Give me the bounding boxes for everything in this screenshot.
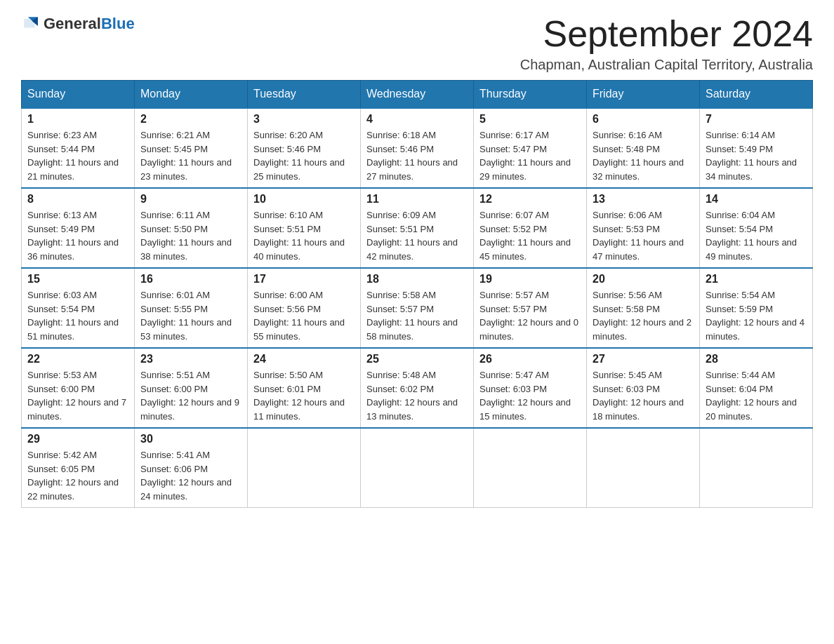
day-number: 4 <box>366 113 468 126</box>
title-section: September 2024 Chapman, Australian Capit… <box>520 14 813 73</box>
day-number: 7 <box>706 113 807 126</box>
day-number: 6 <box>593 113 694 126</box>
calendar-cell: 5 Sunrise: 6:17 AM Sunset: 5:47 PM Dayli… <box>474 108 587 188</box>
calendar-cell: 18 Sunrise: 5:58 AM Sunset: 5:57 PM Dayl… <box>361 268 474 348</box>
day-number: 12 <box>479 193 581 206</box>
day-info: Sunrise: 6:18 AM Sunset: 5:46 PM Dayligh… <box>366 128 468 183</box>
day-info: Sunrise: 6:01 AM Sunset: 5:55 PM Dayligh… <box>140 288 241 343</box>
day-number: 2 <box>140 113 241 126</box>
logo-general: General <box>44 15 101 32</box>
header-saturday: Saturday <box>700 81 813 109</box>
day-number: 5 <box>479 113 581 126</box>
day-number: 28 <box>706 353 807 365</box>
day-info: Sunrise: 6:17 AM Sunset: 5:47 PM Dayligh… <box>479 128 581 183</box>
day-info: Sunrise: 5:44 AM Sunset: 6:04 PM Dayligh… <box>706 368 807 423</box>
day-info: Sunrise: 5:51 AM Sunset: 6:00 PM Dayligh… <box>140 368 241 423</box>
calendar-cell: 23 Sunrise: 5:51 AM Sunset: 6:00 PM Dayl… <box>135 348 248 428</box>
day-number: 18 <box>366 273 468 286</box>
day-number: 19 <box>479 273 581 286</box>
day-number: 3 <box>253 113 355 126</box>
day-number: 10 <box>253 193 355 206</box>
day-info: Sunrise: 5:41 AM Sunset: 6:06 PM Dayligh… <box>140 448 241 503</box>
calendar-cell <box>474 428 587 508</box>
calendar-cell: 2 Sunrise: 6:21 AM Sunset: 5:45 PM Dayli… <box>135 108 248 188</box>
calendar-cell <box>587 428 700 508</box>
day-info: Sunrise: 6:23 AM Sunset: 5:44 PM Dayligh… <box>27 128 128 183</box>
day-number: 25 <box>366 353 468 365</box>
calendar-cell <box>700 428 813 508</box>
day-number: 24 <box>253 353 355 365</box>
day-info: Sunrise: 5:42 AM Sunset: 6:05 PM Dayligh… <box>27 448 128 503</box>
day-number: 9 <box>140 193 241 206</box>
day-number: 16 <box>140 273 241 286</box>
day-info: Sunrise: 6:06 AM Sunset: 5:53 PM Dayligh… <box>593 208 694 263</box>
day-number: 27 <box>593 353 694 365</box>
day-info: Sunrise: 6:03 AM Sunset: 5:54 PM Dayligh… <box>27 288 128 343</box>
calendar-cell <box>361 428 474 508</box>
calendar-cell: 20 Sunrise: 5:56 AM Sunset: 5:58 PM Dayl… <box>587 268 700 348</box>
day-number: 23 <box>140 353 241 365</box>
header-monday: Monday <box>135 81 248 109</box>
calendar-cell: 13 Sunrise: 6:06 AM Sunset: 5:53 PM Dayl… <box>587 188 700 268</box>
day-number: 15 <box>27 273 128 286</box>
day-info: Sunrise: 5:54 AM Sunset: 5:59 PM Dayligh… <box>706 288 807 343</box>
day-number: 20 <box>593 273 694 286</box>
day-number: 22 <box>27 353 128 365</box>
calendar-table: Sunday Monday Tuesday Wednesday Thursday… <box>21 80 813 508</box>
logo: GeneralBlue <box>21 14 135 34</box>
day-info: Sunrise: 6:09 AM Sunset: 5:51 PM Dayligh… <box>366 208 468 263</box>
calendar-cell: 15 Sunrise: 6:03 AM Sunset: 5:54 PM Dayl… <box>22 268 135 348</box>
day-info: Sunrise: 6:14 AM Sunset: 5:49 PM Dayligh… <box>706 128 807 183</box>
week-row-1: 1 Sunrise: 6:23 AM Sunset: 5:44 PM Dayli… <box>22 108 813 188</box>
calendar-cell: 30 Sunrise: 5:41 AM Sunset: 6:06 PM Dayl… <box>135 428 248 508</box>
header-tuesday: Tuesday <box>248 81 361 109</box>
header-sunday: Sunday <box>22 81 135 109</box>
header-thursday: Thursday <box>474 81 587 109</box>
calendar-cell: 17 Sunrise: 6:00 AM Sunset: 5:56 PM Dayl… <box>248 268 361 348</box>
calendar-cell: 22 Sunrise: 5:53 AM Sunset: 6:00 PM Dayl… <box>22 348 135 428</box>
calendar-cell: 16 Sunrise: 6:01 AM Sunset: 5:55 PM Dayl… <box>135 268 248 348</box>
calendar-cell: 24 Sunrise: 5:50 AM Sunset: 6:01 PM Dayl… <box>248 348 361 428</box>
calendar-cell: 14 Sunrise: 6:04 AM Sunset: 5:54 PM Dayl… <box>700 188 813 268</box>
day-number: 13 <box>593 193 694 206</box>
calendar-cell: 7 Sunrise: 6:14 AM Sunset: 5:49 PM Dayli… <box>700 108 813 188</box>
day-info: Sunrise: 6:20 AM Sunset: 5:46 PM Dayligh… <box>253 128 355 183</box>
header-row: Sunday Monday Tuesday Wednesday Thursday… <box>22 81 813 109</box>
calendar-cell: 9 Sunrise: 6:11 AM Sunset: 5:50 PM Dayli… <box>135 188 248 268</box>
day-info: Sunrise: 5:45 AM Sunset: 6:03 PM Dayligh… <box>593 368 694 423</box>
day-info: Sunrise: 6:11 AM Sunset: 5:50 PM Dayligh… <box>140 208 241 263</box>
calendar-cell: 29 Sunrise: 5:42 AM Sunset: 6:05 PM Dayl… <box>22 428 135 508</box>
day-info: Sunrise: 5:47 AM Sunset: 6:03 PM Dayligh… <box>479 368 581 423</box>
week-row-2: 8 Sunrise: 6:13 AM Sunset: 5:49 PM Dayli… <box>22 188 813 268</box>
day-info: Sunrise: 5:48 AM Sunset: 6:02 PM Dayligh… <box>366 368 468 423</box>
day-info: Sunrise: 5:50 AM Sunset: 6:01 PM Dayligh… <box>253 368 355 423</box>
calendar-cell: 25 Sunrise: 5:48 AM Sunset: 6:02 PM Dayl… <box>361 348 474 428</box>
day-number: 8 <box>27 193 128 206</box>
day-number: 29 <box>27 433 128 445</box>
calendar-cell: 6 Sunrise: 6:16 AM Sunset: 5:48 PM Dayli… <box>587 108 700 188</box>
calendar-cell: 21 Sunrise: 5:54 AM Sunset: 5:59 PM Dayl… <box>700 268 813 348</box>
day-number: 14 <box>706 193 807 206</box>
calendar-cell: 3 Sunrise: 6:20 AM Sunset: 5:46 PM Dayli… <box>248 108 361 188</box>
week-row-3: 15 Sunrise: 6:03 AM Sunset: 5:54 PM Dayl… <box>22 268 813 348</box>
day-number: 21 <box>706 273 807 286</box>
week-row-4: 22 Sunrise: 5:53 AM Sunset: 6:00 PM Dayl… <box>22 348 813 428</box>
day-info: Sunrise: 6:16 AM Sunset: 5:48 PM Dayligh… <box>593 128 694 183</box>
calendar-cell <box>248 428 361 508</box>
day-info: Sunrise: 5:57 AM Sunset: 5:57 PM Dayligh… <box>479 288 581 343</box>
calendar-cell: 8 Sunrise: 6:13 AM Sunset: 5:49 PM Dayli… <box>22 188 135 268</box>
week-row-5: 29 Sunrise: 5:42 AM Sunset: 6:05 PM Dayl… <box>22 428 813 508</box>
day-info: Sunrise: 6:00 AM Sunset: 5:56 PM Dayligh… <box>253 288 355 343</box>
calendar-title: September 2024 <box>520 14 813 54</box>
day-number: 11 <box>366 193 468 206</box>
calendar-cell: 11 Sunrise: 6:09 AM Sunset: 5:51 PM Dayl… <box>361 188 474 268</box>
day-info: Sunrise: 5:53 AM Sunset: 6:00 PM Dayligh… <box>27 368 128 423</box>
day-info: Sunrise: 6:13 AM Sunset: 5:49 PM Dayligh… <box>27 208 128 263</box>
header-friday: Friday <box>587 81 700 109</box>
logo-icon <box>21 14 41 34</box>
calendar-cell: 28 Sunrise: 5:44 AM Sunset: 6:04 PM Dayl… <box>700 348 813 428</box>
day-info: Sunrise: 6:10 AM Sunset: 5:51 PM Dayligh… <box>253 208 355 263</box>
calendar-cell: 27 Sunrise: 5:45 AM Sunset: 6:03 PM Dayl… <box>587 348 700 428</box>
page-header: GeneralBlue September 2024 Chapman, Aust… <box>21 14 813 73</box>
day-info: Sunrise: 6:21 AM Sunset: 5:45 PM Dayligh… <box>140 128 241 183</box>
